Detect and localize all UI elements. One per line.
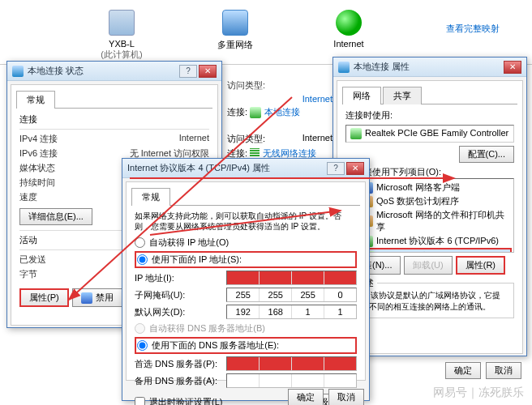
duration-label: 持续时间 <box>19 177 92 189</box>
watermark: 网易号｜冻死朕乐 <box>433 386 524 400</box>
network-items-list[interactable]: Microsoft 网络客户端 QoS 数据包计划程序 Microsoft 网络… <box>345 178 514 253</box>
dns1-label: 首选 DNS 服务器(P): <box>135 358 226 370</box>
manual-ip-radio[interactable] <box>137 254 148 265</box>
list-item: QoS 数据包计划程序 <box>348 194 512 208</box>
auto-dns-radio <box>135 323 145 334</box>
close-button[interactable]: ✕ <box>346 162 364 175</box>
adapter-name: Realtek PCIe GBE Family Controller <box>345 125 514 143</box>
disable-button[interactable]: 禁用 <box>72 288 122 307</box>
manual-dns-radio[interactable] <box>137 340 148 351</box>
dns2-input[interactable] <box>226 373 357 388</box>
ip-address-input[interactable] <box>226 271 357 285</box>
validate-checkbox[interactable] <box>135 397 145 405</box>
validate-label: 退出时验证设置(L) <box>149 396 222 405</box>
connection-section-label: 连接 <box>19 113 209 126</box>
node-label: YXB-L <box>89 39 154 49</box>
list-item-ipv4: Internet 协议版本 4 (TCP/IPv4) <box>348 248 512 253</box>
network-map-header: 查看完整映射 YXB-L (此计算机) 多重网络 Internet <box>0 0 532 65</box>
auto-ip-label: 自动获得 IP 地址(O) <box>149 237 229 249</box>
close-button[interactable]: ✕ <box>504 61 521 74</box>
ipv4-label: IPv4 连接 <box>19 133 92 145</box>
intro-text: 如果网络支持此功能，则可以获取自动指派的 IP 设置。否则，您需要从网络系统管理… <box>135 211 357 232</box>
node-label: 多重网络 <box>203 39 268 51</box>
view-full-map-link[interactable]: 查看完整映射 <box>446 23 500 35</box>
access-type-value: Internet <box>302 94 332 104</box>
access-panel: 访问类型: Internet 连接: 本地连接 访问类型: Internet 连… <box>227 77 332 160</box>
gateway-input[interactable]: 19216811 <box>226 305 357 319</box>
description-text: /IP。该协议是默认的广域网络协议，它提供在不同的相互连接的网络上的通讯。 <box>353 290 507 313</box>
wireless-connection-link[interactable]: 无线网络连接 <box>263 148 316 158</box>
node-label: Internet <box>316 39 381 49</box>
wifi-icon <box>250 148 263 158</box>
tab-general[interactable]: 常规 <box>131 188 170 206</box>
dialog-icon <box>338 62 350 73</box>
help-button[interactable]: ? <box>179 65 197 78</box>
help-button[interactable]: ? <box>327 162 345 175</box>
speed-label: 速度 <box>19 191 92 203</box>
lan-icon <box>250 107 261 118</box>
local-connection-link[interactable]: 本地连接 <box>264 107 300 117</box>
dialog-icon <box>12 66 24 77</box>
connections-label: 连接: <box>227 107 247 117</box>
media-label: 媒体状态 <box>19 162 92 174</box>
dialog-title: 本地连接 状态 <box>28 65 179 77</box>
list-item: Microsoft 网络的文件和打印机共享 <box>348 208 512 234</box>
ok-button[interactable]: 确定 <box>445 362 481 379</box>
bytes-label: 字节 <box>19 268 92 280</box>
list-item: Internet 协议版本 6 (TCP/IPv6) <box>348 234 512 248</box>
items-label: 此连接使用下列项目(O): <box>345 166 514 178</box>
sent-label: 已发送 <box>19 254 92 266</box>
auto-ip-radio[interactable] <box>135 237 145 248</box>
uninstall-button[interactable]: 卸载(U) <box>404 256 452 275</box>
manual-ip-label: 使用下面的 IP 地址(S): <box>152 254 242 266</box>
tab-network[interactable]: 网络 <box>342 87 381 104</box>
item-properties-button[interactable]: 属性(R) <box>456 256 505 275</box>
subnet-mask-input[interactable]: 2552552550 <box>226 288 357 302</box>
gateway-label: 默认网关(D): <box>135 306 226 318</box>
dialog-title: 本地连接 属性 <box>354 61 504 73</box>
details-button[interactable]: 详细信息(E)... <box>19 208 92 225</box>
tab-general[interactable]: 常规 <box>16 91 55 109</box>
access-type-label: 访问类型: <box>227 79 300 92</box>
access-type-value-2: Internet <box>302 133 332 143</box>
adapter-icon <box>350 128 362 139</box>
ipv4-value: Internet <box>92 133 209 145</box>
net-node-network: 多重网络 <box>203 10 268 61</box>
ok-button[interactable]: 确定 <box>288 389 324 405</box>
globe-icon <box>336 10 362 36</box>
connections-label-2: 连接: <box>227 148 247 158</box>
auto-dns-label: 自动获得 DNS 服务器地址(B) <box>149 322 265 335</box>
connect-using-label: 连接时使用: <box>345 109 514 122</box>
net-node-internet: Internet <box>316 10 381 61</box>
dns2-label: 备用 DNS 服务器(A): <box>135 375 226 387</box>
network-icon <box>222 10 248 36</box>
node-sublabel: (此计算机) <box>89 49 154 61</box>
subnet-mask-label: 子网掩码(U): <box>135 289 226 301</box>
ipv6-label: IPv6 连接 <box>19 147 92 160</box>
list-item: Microsoft 网络客户端 <box>348 181 512 194</box>
ipv4-properties-dialog: Internet 协议版本 4 (TCP/IPv4) 属性 ? ✕ 常规 如果网… <box>122 158 370 401</box>
access-type-label-2: 访问类型: <box>227 134 265 143</box>
cancel-button[interactable]: 取消 <box>328 389 364 405</box>
computer-icon <box>109 10 135 36</box>
ip-address-label: IP 地址(I): <box>135 272 226 284</box>
configure-button[interactable]: 配置(C)... <box>459 146 514 163</box>
properties-button[interactable]: 属性(P) <box>19 288 69 307</box>
net-node-computer: YXB-L (此计算机) <box>89 10 154 61</box>
close-button[interactable]: ✕ <box>199 65 217 78</box>
dialog-title: Internet 协议版本 4 (TCP/IPv4) 属性 <box>127 162 327 174</box>
dns1-input[interactable] <box>226 356 357 371</box>
cancel-button[interactable]: 取消 <box>486 362 521 379</box>
shield-icon <box>81 292 92 304</box>
tab-sharing[interactable]: 共享 <box>383 87 422 104</box>
manual-dns-label: 使用下面的 DNS 服务器地址(E): <box>152 339 279 352</box>
